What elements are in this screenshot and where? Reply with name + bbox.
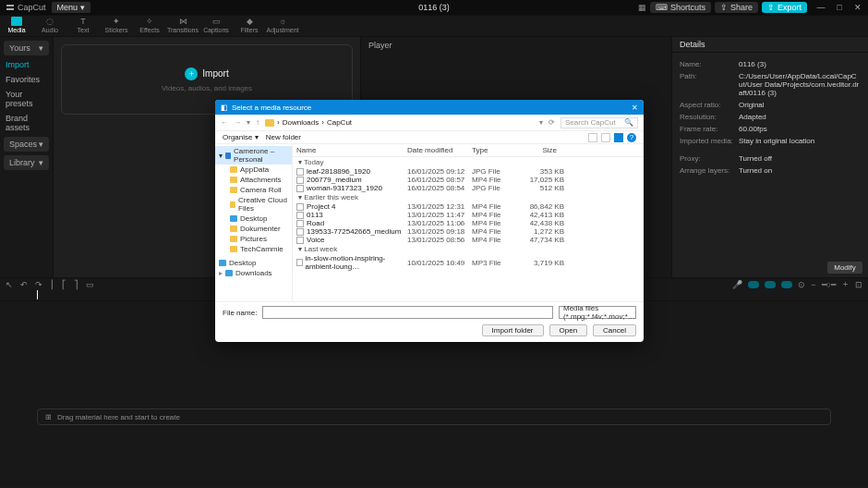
file-icon [296,168,304,176]
file-date: 13/01/2025 11:06 [407,219,472,227]
file-name: in-slow-motion-inspiring-ambient-loung… [306,254,407,271]
desktop-icon [219,260,226,266]
nav-fwd-icon[interactable]: → [234,118,241,127]
search-icon: 🔍 [624,118,633,127]
col-type[interactable]: Type [468,144,514,156]
tree-label: Attachments [240,176,281,184]
file-size: 47,734 KB [518,236,564,244]
view-details-icon[interactable] [614,133,623,142]
cancel-button[interactable]: Cancel [593,324,636,336]
chevron-right-icon: › [321,118,324,127]
file-name: 0113 [307,211,323,219]
file-date: 13/01/2025 09:18 [407,227,472,236]
file-size: 512 KB [518,184,564,192]
file-size: 42,438 KB [518,219,564,227]
file-name: 206779_medium [307,176,362,184]
desktop-icon [230,215,237,222]
dialog-close-icon[interactable]: ✕ [632,104,638,112]
chevron-down-icon[interactable]: ▾ [247,118,250,127]
file-type: MP4 File [472,219,518,227]
file-size: 353 KB [518,167,564,176]
tree-item[interactable]: Desktop [215,214,292,224]
dialog-title: Select a media resource [232,104,311,112]
col-date[interactable]: Date modified [404,144,468,156]
folder-icon [230,177,237,183]
folder-icon [230,166,237,173]
folder-icon [265,119,274,127]
organise-button[interactable]: Organise ▾ [223,133,259,141]
file-type: MP3 File [472,259,518,267]
tree-item[interactable]: ▾Camerone – Personal [215,146,292,165]
tree-item[interactable]: TechCammie [215,244,292,254]
file-name: woman-9317323_1920 [307,184,382,192]
file-date: 16/01/2025 08:54 [407,184,472,192]
folder-tree: ▾Camerone – Personal AppData Attachments… [215,144,293,301]
file-size: 3,719 KB [518,259,564,267]
breadcrumb[interactable]: › Downloads › CapCut [265,118,534,127]
breadcrumb-item[interactable]: Downloads [283,118,319,127]
filetype-combo[interactable]: Media files (*.mpg;*.f4v;*.mov;*… [559,306,636,319]
file-name: Road [307,219,324,227]
tree-item[interactable]: ▸Downloads [215,268,292,278]
tree-label: Downloads [235,269,272,277]
col-size[interactable]: Size [514,144,561,156]
filename-input[interactable] [262,306,553,319]
file-type: JPG File [472,167,518,176]
nav-back-icon[interactable]: ← [221,118,228,127]
file-size: 86,842 KB [518,202,564,211]
tree-label: TechCammie [240,245,283,253]
tree-item[interactable]: AppData [215,165,292,175]
file-icon [296,212,304,219]
file-row[interactable]: 139533-772542665_medium13/01/2025 09:18M… [293,227,644,236]
tree-label: Desktop [240,214,267,223]
file-icon [296,203,304,211]
file-icon [296,185,304,192]
file-row[interactable]: in-slow-motion-inspiring-ambient-loung…1… [293,254,644,271]
chevron-down-icon[interactable]: ▾ [539,118,543,127]
folder-icon [230,226,237,232]
open-button[interactable]: Open [549,324,588,336]
file-type: MP4 File [472,236,518,244]
help-icon[interactable]: ? [627,133,636,142]
file-date: 13/01/2025 11:47 [407,211,472,219]
breadcrumb-item[interactable]: CapCut [327,118,352,127]
tree-item[interactable]: Pictures [215,234,292,244]
file-name: Project 4 [307,202,336,211]
file-name: Voice [307,236,325,244]
file-name: 139533-772542665_medium [307,227,401,236]
file-row[interactable]: Voice13/01/2025 08:56MP4 File47,734 KB [293,236,644,244]
file-row[interactable]: woman-9317323_192016/01/2025 08:54JPG Fi… [293,184,644,192]
tree-item[interactable]: Dokumenter [215,224,292,234]
view-list-icon[interactable] [588,133,597,142]
file-row[interactable]: Project 413/01/2025 12:31MP4 File86,842 … [293,202,644,211]
file-row[interactable]: Road13/01/2025 11:06MP4 File42,438 KB [293,219,644,227]
tree-label: Camera Roll [240,186,281,194]
tree-item[interactable]: Desktop [215,258,292,268]
nav-up-icon[interactable]: ↑ [256,118,259,127]
file-type: JPG File [472,184,518,192]
file-type: MP4 File [472,176,518,184]
download-icon [225,270,233,276]
file-icon [296,237,304,244]
file-row[interactable]: leaf-2818896_192016/01/2025 09:12JPG Fil… [293,167,644,176]
tree-item[interactable]: Creative Cloud Files [215,195,292,214]
group-lastweek[interactable]: ▾ Last week [293,244,644,254]
file-row[interactable]: 011313/01/2025 11:47MP4 File42,413 KB [293,211,644,219]
file-name: leaf-2818896_1920 [307,167,370,176]
import-folder-button[interactable]: Import folder [482,324,544,336]
file-icon [296,259,303,266]
group-earlier[interactable]: ▾ Earlier this week [293,192,644,202]
file-type: MP4 File [472,211,518,219]
view-compact-icon[interactable] [601,133,610,142]
group-today[interactable]: ▾ Today [293,157,644,167]
folder-icon [230,246,237,252]
search-input[interactable]: Search CapCut 🔍 [561,117,638,128]
file-row[interactable]: 206779_medium16/01/2025 08:57MP4 File17,… [293,176,644,184]
chevron-right-icon: ▸ [219,269,223,277]
new-folder-button[interactable]: New folder [266,133,301,141]
refresh-icon[interactable]: ⟳ [549,118,555,127]
tree-item[interactable]: Attachments [215,175,292,185]
col-name[interactable]: Name [293,144,404,156]
tree-item[interactable]: Camera Roll [215,185,292,195]
tree-label: Creative Cloud Files [238,196,288,213]
